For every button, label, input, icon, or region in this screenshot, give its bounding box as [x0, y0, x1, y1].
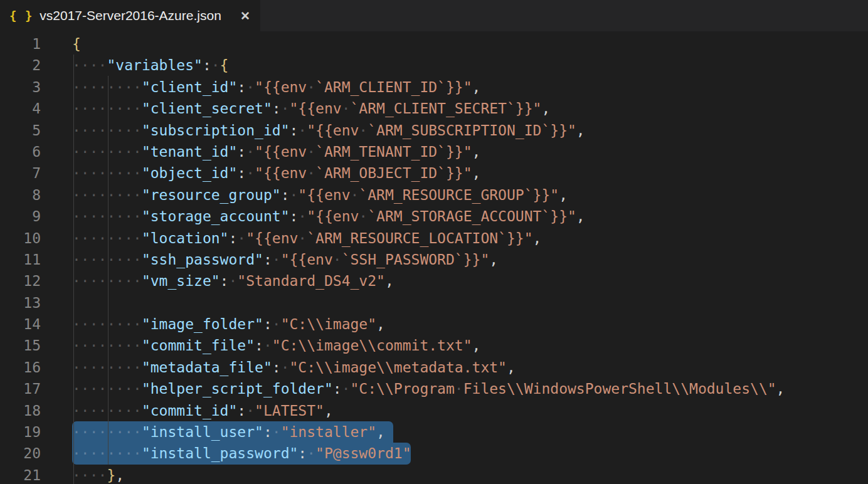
line-number[interactable]: 15 [0, 335, 43, 356]
editor-row: 19········"install_user":·"installer", [0, 421, 868, 443]
whitespace-dot: · [107, 208, 115, 224]
line-number[interactable]: 2 [0, 55, 43, 76]
code-line[interactable]: ········"install_password":·"P@ssw0rd1" [72, 443, 868, 464]
whitespace-dot: · [133, 273, 142, 289]
code-line[interactable]: ········"client_secret":·"{{env·`ARM_CLI… [72, 98, 868, 119]
code-line[interactable]: ········"storage_account":·"{{env·`ARM_S… [72, 206, 868, 227]
line-number[interactable]: 6 [0, 141, 43, 162]
whitespace-dot: · [115, 273, 124, 289]
code-line[interactable]: ········"commit_file":·"C:\\image\\commi… [72, 335, 868, 356]
tab-bar: { } vs2017-Server2016-Azure.json ✕ [0, 0, 868, 31]
code-token-punct: , [507, 359, 516, 376]
line-number[interactable]: 20 [0, 443, 43, 464]
editor-row: 6········"tenant_id":·"{{env·`ARM_TENANT… [0, 141, 868, 162]
whitespace-dot: · [90, 381, 98, 397]
whitespace-dot: · [115, 424, 124, 440]
code-token-punct: , [115, 467, 124, 483]
whitespace-dot: · [228, 273, 237, 289]
tab-vs2017-server2016-azure-json[interactable]: { } vs2017-Server2016-Azure.json ✕ [0, 0, 260, 31]
whitespace-dot: · [90, 337, 98, 354]
close-icon[interactable]: ✕ [239, 9, 251, 23]
code-line[interactable]: ········"client_id":·"{{env·`ARM_CLIENT_… [72, 76, 868, 98]
code-token-punct: :· [237, 144, 255, 160]
whitespace-dot: · [72, 208, 81, 224]
code-line[interactable]: ········"location":·"{{env·`ARM_RESOURCE… [72, 228, 868, 249]
whitespace-dot: · [98, 122, 107, 139]
whitespace-dot: · [124, 273, 133, 289]
whitespace-dot: · [81, 79, 90, 95]
code-line[interactable]: { [72, 33, 868, 55]
whitespace-dot: · [281, 100, 290, 117]
code-token-ws: ········ [72, 359, 142, 376]
code-line[interactable]: ········"install_user":·"installer", [72, 421, 868, 443]
whitespace-dot: · [72, 337, 81, 354]
line-number[interactable]: 7 [0, 162, 43, 184]
code-token-key: "vm_size" [142, 273, 220, 289]
whitespace-dot: · [237, 230, 246, 246]
code-line[interactable]: ········"vm_size":·"Standard_DS4_v2", [72, 270, 868, 292]
code-line[interactable]: ····}, [72, 465, 868, 484]
indent-guide [108, 292, 109, 313]
code-line[interactable]: ····"variables":·{ [72, 55, 868, 76]
code-line[interactable]: ········"helper_script_folder":·"C:\\Pro… [72, 378, 868, 399]
code-token-punct: , [385, 273, 394, 289]
line-number[interactable]: 8 [0, 184, 43, 206]
line-number[interactable]: 19 [0, 421, 43, 443]
whitespace-dot: · [124, 230, 133, 246]
whitespace-dot: · [81, 445, 90, 461]
code-line[interactable]: ········"commit_id":·"LATEST", [72, 400, 868, 421]
code-token-punct: :· [255, 337, 272, 354]
line-number[interactable]: 18 [0, 400, 43, 421]
code-token-ws: ········ [72, 424, 142, 440]
whitespace-dot: · [359, 122, 368, 139]
code-token-str: "{{env·`ARM_CLIENT_SECRET`}}" [289, 100, 541, 117]
whitespace-dot: · [90, 122, 98, 139]
whitespace-dot: · [359, 208, 368, 224]
code-token-str: "{{env·`ARM_TENANT_ID`}}" [255, 144, 472, 160]
code-token-key: "subscription_id" [142, 122, 290, 139]
whitespace-dot: · [115, 144, 124, 160]
whitespace-dot: · [115, 402, 124, 419]
code-editor[interactable]: 1{2····"variables":·{3········"client_id… [0, 31, 868, 484]
code-line[interactable] [72, 292, 868, 313]
editor-row: 18········"commit_id":·"LATEST", [0, 400, 868, 421]
whitespace-dot: · [115, 79, 124, 95]
line-number[interactable]: 21 [0, 465, 43, 484]
line-number[interactable]: 4 [0, 98, 43, 119]
whitespace-dot: · [281, 359, 290, 376]
code-line[interactable]: ········"image_folder":·"C:\\image", [72, 313, 868, 335]
line-number[interactable]: 17 [0, 378, 43, 399]
code-token-ws: ········ [72, 122, 142, 139]
whitespace-dot: · [98, 359, 107, 376]
code-line[interactable]: ········"ssh_password":·"{{env·`SSH_PASS… [72, 249, 868, 270]
code-line[interactable]: ········"resource_group":·"{{env·`ARM_RE… [72, 184, 868, 206]
whitespace-dot: · [133, 424, 142, 440]
whitespace-dot: · [133, 359, 142, 376]
code-token-punct: , [472, 337, 481, 354]
line-number[interactable]: 12 [0, 270, 43, 292]
code-line[interactable]: ········"metadata_file":·"C:\\image\\met… [72, 357, 868, 378]
whitespace-dot: · [98, 424, 107, 440]
line-number[interactable]: 9 [0, 206, 43, 227]
editor-row: 17········"helper_script_folder":·"C:\\P… [0, 378, 868, 399]
line-number[interactable]: 11 [0, 249, 43, 270]
whitespace-dot: · [107, 273, 115, 289]
code-token-ws: ········ [72, 445, 142, 461]
line-number[interactable]: 16 [0, 357, 43, 378]
code-token-punct: , [576, 122, 585, 139]
line-number[interactable]: 5 [0, 120, 43, 141]
code-token-key: "client_secret" [142, 100, 272, 117]
whitespace-dot: · [307, 144, 315, 160]
whitespace-dot: · [98, 381, 107, 397]
line-number[interactable]: 13 [0, 292, 43, 313]
line-number[interactable]: 3 [0, 76, 43, 98]
code-line[interactable]: ········"subscription_id":·"{{env·`ARM_S… [72, 120, 868, 141]
whitespace-dot: · [133, 122, 142, 139]
line-number[interactable]: 14 [0, 313, 43, 335]
line-number[interactable]: 10 [0, 228, 43, 249]
line-number[interactable]: 1 [0, 33, 43, 55]
code-line[interactable]: ········"object_id":·"{{env·`ARM_OBJECT_… [72, 162, 868, 184]
whitespace-dot: · [107, 337, 115, 354]
code-line[interactable]: ········"tenant_id":·"{{env·`ARM_TENANT_… [72, 141, 868, 162]
code-token-punct: , [376, 316, 385, 332]
